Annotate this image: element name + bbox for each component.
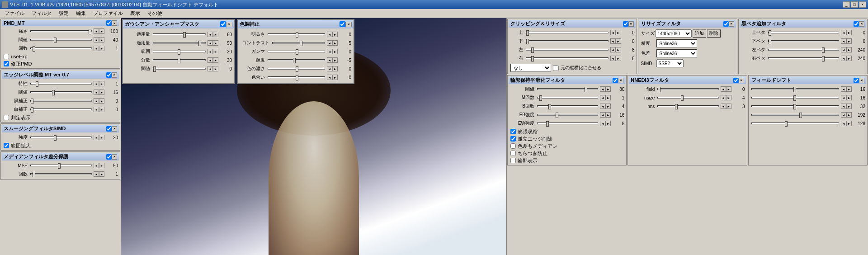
black-padding-close[interactable]: × xyxy=(859,21,864,27)
menu-view[interactable]: 表示 xyxy=(127,9,144,18)
es-thresh-inc[interactable]: ► xyxy=(605,86,611,92)
pmd-mt-close[interactable]: × xyxy=(112,20,117,26)
menu-filter[interactable]: フィルタ xyxy=(28,9,55,18)
es-b-inc[interactable]: ► xyxy=(605,104,611,109)
menu-edit[interactable]: 編集 xyxy=(72,9,90,18)
clip-right-dec[interactable]: ◄ xyxy=(610,56,616,61)
bp-bottom-dec[interactable]: ◄ xyxy=(841,38,846,44)
edge-black-track[interactable] xyxy=(30,100,92,102)
resize-add-button[interactable]: 追加 xyxy=(693,29,706,38)
clip-left-dec[interactable]: ◄ xyxy=(610,47,616,52)
es-ew-dec[interactable]: ◄ xyxy=(600,121,605,126)
pmd-correct-check[interactable] xyxy=(4,61,9,66)
menu-settings[interactable]: 設定 xyxy=(55,9,72,18)
fs-dec3[interactable]: ◄ xyxy=(841,112,846,118)
bp-top-dec[interactable]: ◄ xyxy=(841,30,846,35)
clipping-close[interactable]: × xyxy=(628,21,634,27)
gauss-apply2-track[interactable] xyxy=(153,42,206,44)
smooth-strength-inc[interactable]: ► xyxy=(99,135,104,140)
cc-luminance-track[interactable] xyxy=(268,59,325,61)
smooth-expand-check[interactable] xyxy=(4,143,9,148)
es-eb-dec[interactable]: ◄ xyxy=(600,112,605,118)
clip-left-track[interactable] xyxy=(526,49,609,51)
pmd-count-track[interactable] xyxy=(30,47,92,49)
bp-bottom-inc[interactable]: ► xyxy=(846,38,852,44)
cc-saturation-dec[interactable]: ◄ xyxy=(327,66,332,71)
cc-hue-track[interactable] xyxy=(268,76,325,78)
gauss-range-inc[interactable]: ► xyxy=(213,49,218,54)
fs-track1[interactable] xyxy=(751,97,839,99)
pmd-count-dec[interactable]: ◄ xyxy=(94,46,99,51)
edge-white-track[interactable] xyxy=(30,109,92,110)
clip-right-inc[interactable]: ► xyxy=(616,56,621,61)
gaussian-enable[interactable] xyxy=(220,21,226,27)
pmd-strength-dec[interactable]: ◄ xyxy=(94,28,99,34)
fs-inc3[interactable]: ► xyxy=(846,112,852,118)
es-thresh-track[interactable] xyxy=(537,88,598,90)
edge-black-dec[interactable]: ◄ xyxy=(94,98,99,104)
gauss-variance-dec[interactable]: ◄ xyxy=(208,57,213,63)
bp-left-dec[interactable]: ◄ xyxy=(841,47,846,52)
es-eb-track[interactable] xyxy=(537,114,598,116)
bp-right-dec[interactable]: ◄ xyxy=(841,56,846,61)
fs-track4[interactable] xyxy=(751,123,839,124)
cc-hue-dec[interactable]: ◄ xyxy=(327,75,332,80)
gauss-apply1-dec[interactable]: ◄ xyxy=(208,32,213,37)
median-count-inc[interactable]: ► xyxy=(99,171,104,177)
edge-char-inc[interactable]: ► xyxy=(99,81,104,86)
gaussian-close[interactable]: × xyxy=(226,22,232,27)
median-enable[interactable] xyxy=(106,154,112,160)
gauss-apply2-dec[interactable]: ◄ xyxy=(208,40,213,46)
pmd-mt-enable[interactable] xyxy=(106,20,112,26)
edge-thresh-inc[interactable]: ► xyxy=(99,90,104,95)
resize-del-button[interactable]: 削除 xyxy=(707,29,721,38)
menu-file[interactable]: ファイル xyxy=(1,9,28,18)
cc-saturation-track[interactable] xyxy=(268,68,325,70)
clip-right-track[interactable] xyxy=(526,57,609,59)
es-m-track[interactable] xyxy=(537,97,598,99)
es-ew-inc[interactable]: ► xyxy=(605,121,611,126)
median-mse-dec[interactable]: ◄ xyxy=(94,163,99,168)
gauss-apply1-track[interactable] xyxy=(153,33,206,35)
gauss-thresh-inc[interactable]: ► xyxy=(213,66,218,71)
edge-smooth-close[interactable]: × xyxy=(618,78,623,83)
fs-dec1[interactable]: ◄ xyxy=(841,95,846,100)
resize-chroma-select[interactable]: Spline36 xyxy=(656,49,697,57)
fs-track3[interactable] xyxy=(751,114,839,116)
fs-inc0[interactable]: ► xyxy=(846,86,852,92)
gauss-range-track[interactable] xyxy=(153,51,206,52)
cc-contrast-track[interactable] xyxy=(272,42,325,44)
smoothing-enable[interactable] xyxy=(106,126,112,132)
close-button[interactable]: × xyxy=(859,1,866,8)
minimize-button[interactable]: _ xyxy=(843,1,850,8)
es-m-dec[interactable]: ◄ xyxy=(600,95,605,100)
pmd-threshold-dec[interactable]: ◄ xyxy=(94,37,99,42)
gauss-variance-inc[interactable]: ► xyxy=(213,57,218,63)
es-m-inc[interactable]: ► xyxy=(605,95,611,100)
pmd-threshold-track[interactable] xyxy=(30,39,92,41)
es-outline-check[interactable] xyxy=(510,158,516,163)
gauss-apply2-inc[interactable]: ► xyxy=(213,40,218,46)
median-mse-inc[interactable]: ► xyxy=(99,163,104,168)
clip-top-inc[interactable]: ► xyxy=(616,30,621,35)
nnedi3-field-inc[interactable]: ► xyxy=(726,86,731,92)
nnedi3-field-dec[interactable]: ◄ xyxy=(721,86,726,92)
maximize-button[interactable]: □ xyxy=(851,1,858,8)
resize-simd-select[interactable]: SSE2 xyxy=(656,59,684,67)
bp-top-track[interactable] xyxy=(768,32,840,33)
edge-detect-check[interactable] xyxy=(4,115,9,120)
pmd-strength-inc[interactable]: ► xyxy=(99,28,104,34)
fs-inc2[interactable]: ► xyxy=(846,104,852,109)
resize-close[interactable]: × xyxy=(729,21,734,27)
clip-bottom-track[interactable] xyxy=(526,40,609,42)
window-controls[interactable]: _ □ × xyxy=(843,1,866,8)
smooth-strength-track[interactable] xyxy=(30,137,92,138)
fs-inc1[interactable]: ► xyxy=(846,95,852,100)
bp-left-inc[interactable]: ► xyxy=(846,47,852,52)
clip-top-dec[interactable]: ◄ xyxy=(610,30,616,35)
cc-brightness-inc[interactable]: ► xyxy=(332,32,338,37)
median-count-dec[interactable]: ◄ xyxy=(94,171,99,177)
nnedi3-nsize-track[interactable] xyxy=(657,97,718,99)
bp-bottom-track[interactable] xyxy=(768,40,840,42)
median-close[interactable]: × xyxy=(112,154,117,160)
